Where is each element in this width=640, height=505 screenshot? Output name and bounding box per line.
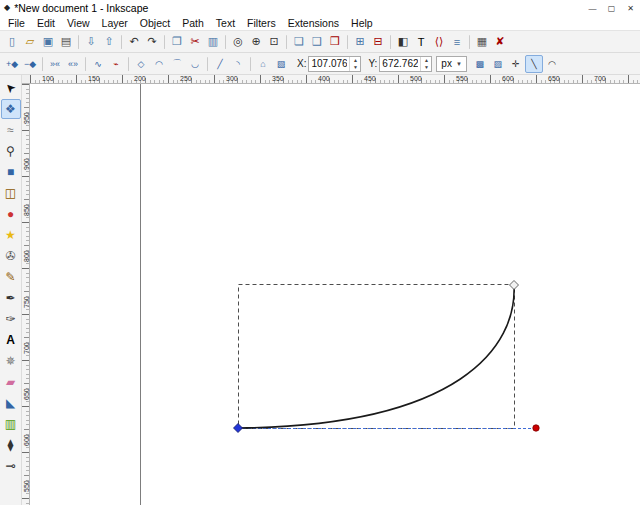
copy-button[interactable]: ❐ [168,33,186,51]
x-spin-down-icon[interactable]: ▼ [350,64,360,71]
export-button[interactable]: ⇧ [100,33,118,51]
undo-button[interactable]: ↶ [125,33,143,51]
redo-button[interactable]: ↷ [143,33,161,51]
maximize-button[interactable]: ▢ [602,0,621,16]
horizontal-ruler[interactable]: 100150200250300350400450500550600650700 [30,75,640,84]
separator [207,57,208,71]
join-nodes-button[interactable]: »« [46,55,64,73]
unit-value: px [441,58,452,69]
symmetric-node-button[interactable]: ⌒ [168,55,186,73]
ellipse-tool[interactable]: ● [1,204,21,224]
fill-stroke-dialog-button[interactable]: ◧ [394,33,412,51]
canvas[interactable] [30,84,640,505]
separator [78,35,79,49]
object-to-path-button[interactable]: ⌂ [254,55,272,73]
new-document-button[interactable]: ▯ [3,33,21,51]
break-nodes-button[interactable]: «» [64,55,82,73]
create-clone-button[interactable]: ❑ [308,33,326,51]
spiral-tool[interactable]: ✇ [1,246,21,266]
mask-edit-button[interactable]: ▨ [489,55,507,73]
menu-text[interactable]: Text [210,16,241,30]
cut-button[interactable]: ✂ [186,33,204,51]
bezier-path[interactable] [238,285,514,428]
x-coordinate-input[interactable] [309,57,349,70]
window-title: *New document 1 - Inkscape [14,2,148,14]
import-button[interactable]: ⇩ [82,33,100,51]
tweak-tool[interactable]: ≈ [1,120,21,140]
box3d-tool[interactable]: ◫ [1,183,21,203]
zoom-drawing-button[interactable]: ⊕ [247,33,265,51]
node-tool[interactable]: ❖ [1,99,21,119]
rectangle-tool[interactable]: ■ [1,162,21,182]
y-spin-down-icon[interactable]: ▼ [421,64,431,71]
text-dialog-button[interactable]: T [412,33,430,51]
node-tool-controls-bar: +◆−◆»««»∿⌁◇◠⌒◡╱◝⌂▧ X: ▲▼ Y: ▲▼ px ▼ ▩▨✛╲… [0,53,640,75]
menu-object[interactable]: Object [134,16,176,30]
paste-button[interactable]: ▥ [204,33,222,51]
print-button[interactable]: ▤ [57,33,75,51]
end-node[interactable] [510,281,519,290]
ruler-corner [22,75,30,84]
delete-node-button[interactable]: −◆ [21,55,39,73]
smooth-node-button[interactable]: ◠ [150,55,168,73]
eraser-tool[interactable]: ▰ [1,372,21,392]
menu-filters[interactable]: Filters [241,16,282,30]
inkscape-window: ◆ *New document 1 - Inkscape — ▢ ✕ FileE… [0,0,640,505]
open-document-button[interactable]: ▱ [21,33,39,51]
segment-curve-button[interactable]: ◝ [229,55,247,73]
zoom-tool[interactable]: ⚲ [1,141,21,161]
control-handle-point[interactable] [533,425,539,431]
save-document-button[interactable]: ▣ [39,33,57,51]
pencil-tool[interactable]: ✎ [1,267,21,287]
close-button[interactable]: ✕ [621,0,640,16]
duplicate-button[interactable]: ❏ [290,33,308,51]
star-tool[interactable]: ★ [1,225,21,245]
connector-tool[interactable]: ⊸ [1,456,21,476]
corner-node-button[interactable]: ◇ [132,55,150,73]
insert-node-button[interactable]: +◆ [3,55,21,73]
show-transform-handles-button[interactable]: ✛ [507,55,525,73]
minimize-button[interactable]: — [583,0,602,16]
bezier-tool[interactable]: ✒ [1,288,21,308]
selector-tool[interactable]: ➤ [1,78,21,98]
delete-segment-button[interactable]: ⌁ [107,55,125,73]
unlink-clone-button[interactable]: ❒ [326,33,344,51]
group-button[interactable]: ⊞ [351,33,369,51]
document-properties-button[interactable]: ▦ [473,33,491,51]
dropper-tool[interactable]: ⧫ [1,435,21,455]
stroke-to-path-button[interactable]: ▧ [272,55,290,73]
align-dialog-button[interactable]: ≡ [448,33,466,51]
xml-editor-button[interactable]: ⟨⟩ [430,33,448,51]
zoom-selection-button[interactable]: ◎ [229,33,247,51]
menu-extensions[interactable]: Extensions [282,16,345,30]
zoom-page-button[interactable]: ⊡ [265,33,283,51]
unit-dropdown[interactable]: px ▼ [436,56,467,72]
menu-edit[interactable]: Edit [31,16,61,30]
chevron-down-icon: ▼ [456,61,462,67]
menu-layer[interactable]: Layer [96,16,134,30]
y-coordinate-label: Y: [368,58,377,69]
vertical-ruler[interactable]: 950900850800750700650600550 [22,84,30,505]
menu-view[interactable]: View [61,16,96,30]
segment-line-button[interactable]: ╱ [211,55,229,73]
x-spin-up-icon[interactable]: ▲ [350,57,360,64]
auto-node-button[interactable]: ◡ [186,55,204,73]
show-bezier-handles-button[interactable]: ╲ [525,55,543,73]
y-spin-up-icon[interactable]: ▲ [421,57,431,64]
preferences-button[interactable]: ✘ [491,33,509,51]
menu-help[interactable]: Help [345,16,379,30]
ungroup-button[interactable]: ⊟ [369,33,387,51]
selected-node[interactable] [234,424,243,433]
join-segment-button[interactable]: ∿ [89,55,107,73]
clip-edit-button[interactable]: ▩ [471,55,489,73]
drawing-svg [30,84,640,505]
menu-path[interactable]: Path [176,16,210,30]
text-tool[interactable]: A [1,330,21,350]
spray-tool[interactable]: ✵ [1,351,21,371]
calligraphy-tool[interactable]: ✑ [1,309,21,329]
show-outline-button[interactable]: ◠ [543,55,561,73]
y-coordinate-input[interactable] [380,57,420,70]
menu-file[interactable]: File [2,16,31,30]
gradient-tool[interactable]: ▥ [1,414,21,434]
bucket-fill-tool[interactable]: ◣ [1,393,21,413]
